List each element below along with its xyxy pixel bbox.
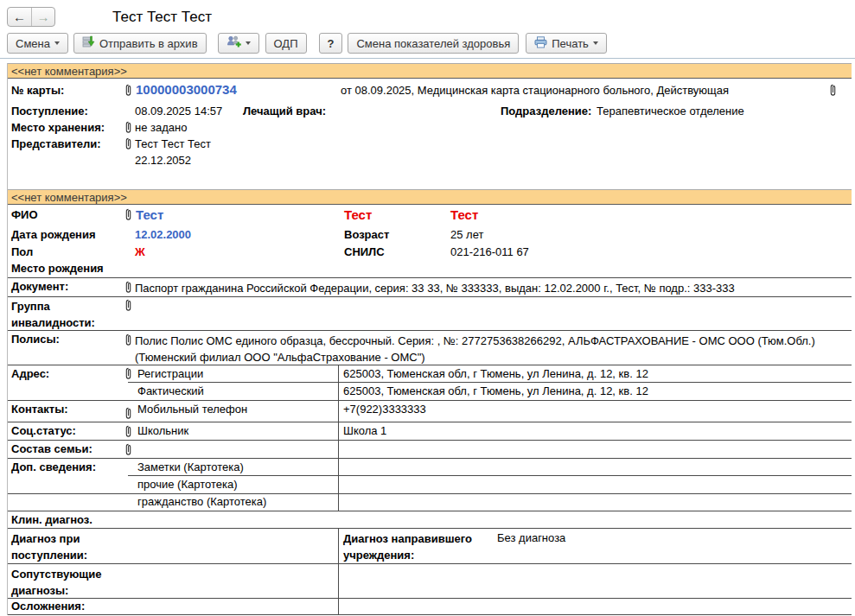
column-divider	[338, 401, 339, 422]
titlebar: ← → Тест Тест Тест	[0, 0, 855, 29]
column-divider	[338, 422, 339, 440]
card-comment-band[interactable]: <<нет комментария>>	[8, 63, 852, 79]
send-to-archive-label: Отправить в архив	[99, 37, 198, 50]
printer-icon	[534, 36, 547, 51]
paperclip-icon[interactable]	[124, 137, 132, 150]
fio-row: ФИО Тест Тест Тест	[8, 205, 852, 226]
birthdate-link[interactable]: 12.02.2000	[135, 228, 191, 241]
representative-date: 22.12.2052	[135, 154, 191, 167]
chevron-down-icon	[54, 41, 60, 45]
help-button[interactable]: ?	[319, 33, 343, 54]
representative-name: Тест Тест Тест	[135, 137, 211, 150]
admission-row: Поступление: 08.09.2025 14:57 Лечащий вр…	[8, 103, 852, 120]
card-number-link[interactable]: 10000003000734	[136, 82, 237, 97]
page-title: Тест Тест Тест	[112, 9, 212, 26]
paperclip-icon[interactable]	[124, 281, 132, 294]
birthplace-label: Место рождения	[11, 262, 104, 275]
document-label: Документ:	[11, 280, 68, 293]
storage-label: Место хранения:	[11, 121, 105, 134]
archive-down-arrow-icon	[82, 35, 95, 51]
gender-label: Пол	[11, 245, 33, 258]
paperclip-icon[interactable]	[124, 425, 132, 438]
column-divider	[338, 383, 339, 400]
column-divider	[338, 459, 339, 476]
referral-diagnosis-label: Диагноз направившего учреждения:	[343, 530, 492, 563]
extra-info-label: Доп. сведения:	[11, 460, 96, 473]
first-name-value: Тест	[344, 207, 372, 222]
age-value: 25 лет	[450, 228, 483, 241]
paperclip-icon[interactable]	[124, 299, 132, 312]
paperclip-icon[interactable]	[124, 443, 132, 456]
department-value: Терапевтическое отделение	[597, 105, 744, 117]
column-divider	[338, 529, 339, 563]
admission-label: Поступление:	[11, 105, 88, 117]
policies-label: Полисы:	[11, 333, 60, 346]
extra-info-item: гражданство (Картотека)	[137, 495, 266, 508]
print-button-label: Печать	[552, 37, 589, 50]
help-button-label: ?	[328, 37, 335, 50]
add-person-button[interactable]	[218, 33, 259, 54]
document-value: Паспорт гражданина Российской Федерации,…	[135, 280, 846, 296]
contact-type: Мобильный телефон	[137, 403, 247, 416]
column-divider	[338, 476, 339, 493]
column-divider	[338, 365, 339, 383]
admission-diagnosis-row: Диагноз при поступлении: Диагноз направи…	[8, 528, 852, 563]
toolbar-separator	[0, 58, 855, 59]
odp-button[interactable]: ОДП	[265, 33, 307, 54]
complications-label: Осложнения:	[11, 600, 85, 613]
concomitant-diagnoses-label: Сопутствующие диагнозы:	[11, 566, 120, 599]
department-label: Подразделение:	[501, 105, 591, 117]
last-name-link[interactable]: Тест	[136, 207, 163, 222]
extra-info-row: прочие (Картотека)	[8, 476, 852, 494]
extra-info-row: гражданство (Картотека)	[8, 494, 852, 511]
disability-label: Группа инвалидности:	[11, 298, 120, 331]
health-indicators-label: Смена показателей здоровья	[356, 37, 510, 50]
column-divider	[338, 441, 339, 458]
extra-info-row: Доп. сведения: Заметки (Картотека)	[8, 458, 852, 476]
shift-button[interactable]: Смена	[7, 33, 68, 54]
paperclip-icon[interactable]	[124, 407, 132, 420]
social-status-type: Школьник	[137, 424, 188, 437]
forward-button[interactable]: →	[31, 8, 54, 26]
paperclip-icon[interactable]	[124, 121, 132, 134]
storage-value: не задано	[135, 121, 187, 134]
card-number-label: № карты:	[11, 84, 64, 97]
health-indicators-button[interactable]: Смена показателей здоровья	[348, 33, 519, 54]
paperclip-icon[interactable]	[124, 367, 132, 380]
middle-name-value: Тест	[450, 207, 478, 222]
admission-value: 08.09.2025 14:57	[135, 105, 222, 117]
contacts-row: Контакты: Мобильный телефон +7(922)33333…	[8, 400, 852, 422]
disability-row: Группа инвалидности:	[8, 296, 852, 330]
extra-info-item: прочие (Картотека)	[137, 478, 238, 491]
contact-value: +7(922)3333333	[343, 403, 426, 416]
address-type: Фактический	[137, 384, 204, 397]
address-actual-row: Фактический 625003, Тюменская обл, г Тюм…	[8, 383, 852, 400]
contacts-label: Контакты:	[11, 403, 68, 416]
representative-date-row: 22.12.2052	[8, 153, 852, 169]
column-divider	[338, 494, 339, 511]
gender-row: Пол Ж СНИЛС 021-216-011 67	[8, 244, 852, 261]
paperclip-icon[interactable]	[124, 208, 132, 221]
patient-comment-band[interactable]: <<нет комментария>>	[8, 189, 852, 205]
representatives-row: Представители: Тест Тест Тест	[8, 137, 852, 153]
birthdate-row: Дата рождения 12.02.2000 Возраст 25 лет	[8, 226, 852, 244]
fio-label: ФИО	[11, 208, 38, 221]
address-registration-row: Адрес: Регистрации 625003, Тюменская обл…	[8, 365, 852, 383]
paperclip-icon[interactable]	[829, 84, 837, 97]
birthdate-label: Дата рождения	[11, 228, 96, 241]
address-label: Адрес:	[11, 367, 49, 380]
complications-row: Осложнения:	[8, 598, 852, 615]
doctor-label: Лечащий врач:	[243, 105, 326, 117]
paperclip-icon[interactable]	[124, 84, 132, 97]
social-status-row: Соц.статус: Школьник Школа 1	[8, 422, 852, 440]
paperclip-icon[interactable]	[124, 333, 132, 346]
send-to-archive-button[interactable]: Отправить в архив	[73, 33, 207, 54]
back-button[interactable]: ←	[8, 8, 31, 26]
print-button[interactable]: Печать	[526, 33, 607, 54]
column-divider	[338, 599, 339, 614]
admission-diagnosis-label: Диагноз при поступлении:	[11, 530, 120, 563]
social-status-value: Школа 1	[343, 424, 386, 437]
chevron-down-icon	[593, 41, 598, 45]
snils-label: СНИЛС	[344, 245, 385, 258]
column-divider	[338, 564, 339, 598]
